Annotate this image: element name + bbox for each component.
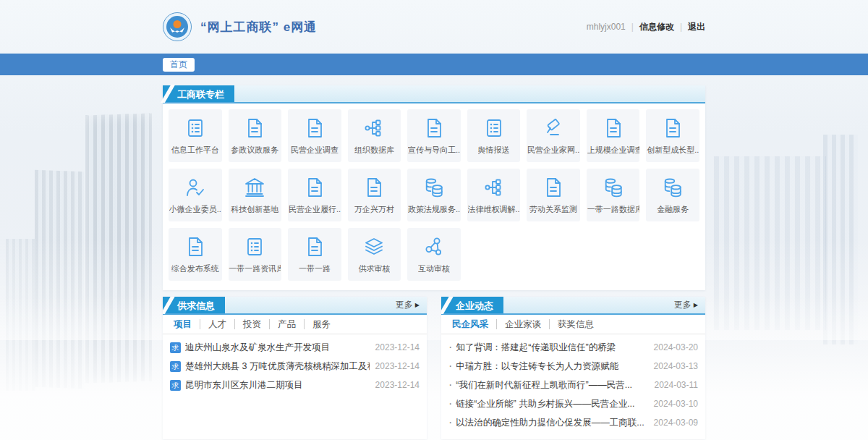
doc-icon [303, 176, 326, 199]
doc-icon [602, 117, 625, 140]
doc-icon [243, 117, 266, 140]
item-title: “我们在新时代新征程上凯歌而行”——民营... [456, 379, 648, 392]
user-area: mhlyjx001 | 信息修改 | 退出 [587, 21, 705, 33]
person-check-icon [184, 176, 207, 199]
logo-sun [174, 20, 182, 28]
app-item-14[interactable]: 政策法规服务... [407, 169, 461, 221]
layers-icon [362, 235, 386, 258]
tab-项目[interactable]: 项目 [166, 319, 200, 329]
app-item-label: 上规模企业调查 [587, 145, 639, 156]
app-item-label: 供求审核 [358, 263, 390, 274]
app-item-label: 民营企业履行... [289, 204, 341, 215]
panel-header: 供求信息 更多 ▶ [163, 297, 427, 315]
app-item-label: 宣传与导向工... [408, 145, 460, 156]
news-list-item[interactable]: ·链接“企业所能” 共助乡村振兴——民营企业...2024-03-10 [448, 394, 698, 413]
app-item-15[interactable]: 法律维权调解... [467, 169, 521, 221]
username: mhlyjx001 [587, 22, 626, 32]
bank-icon [243, 176, 266, 199]
news-list-item[interactable]: ·中瑞方胜：以专注铸专长为人力资源赋能2024-03-13 [448, 357, 698, 376]
app-item-2[interactable]: 参政议政服务 [229, 109, 282, 162]
app-item-7[interactable]: 民营企业家网... [527, 109, 580, 162]
tab-投资[interactable]: 投资 [235, 319, 270, 329]
federation-column-panel: 工商联专栏 信息工作平台参政议政服务民营企业调查组织数据库宣传与导向工...舆情… [163, 85, 705, 290]
list-doc-icon [482, 117, 506, 140]
app-item-16[interactable]: 劳动关系监测 [527, 169, 580, 221]
supply-list-item[interactable]: 求楚雄州大姚县 3 万吨优质薄壳核桃精深加工及科...2023-12-14 [170, 357, 420, 376]
bullet-icon: · [448, 341, 452, 354]
panel-header: 工商联专栏 [163, 85, 705, 103]
supply-list-item[interactable]: 求迪庆州山泉水及矿泉水生产开发项目2023-12-14 [170, 338, 420, 357]
tab-服务[interactable]: 服务 [305, 319, 339, 329]
app-item-label: 法律维权调解... [468, 204, 520, 215]
app-item-label: 参政议政服务 [231, 145, 278, 156]
app-item-12[interactable]: 民营企业履行... [288, 169, 341, 221]
list-doc-icon [184, 117, 207, 140]
panel-title-tab: 供求信息 [163, 297, 225, 313]
tab-人才[interactable]: 人才 [200, 319, 235, 329]
app-item-17[interactable]: 一带一路数据库 [587, 169, 640, 221]
item-title: 知了背调：搭建起“传递职业信任”的桥梁 [456, 342, 647, 354]
supply-more-link[interactable]: 更多 ▶ [396, 297, 427, 313]
bullet-icon: · [448, 397, 452, 410]
app-item-4[interactable]: 组织数据库 [348, 109, 401, 162]
more-arrow-icon: ▶ [415, 302, 420, 308]
app-item-label: 民营企业家网... [527, 145, 579, 156]
news-more-link[interactable]: 更多 ▶ [674, 297, 705, 313]
app-item-8[interactable]: 上规模企业调查 [587, 109, 640, 162]
item-title: 链接“企业所能” 共助乡村振兴——民营企业... [456, 398, 647, 410]
share-nodes-icon [422, 235, 446, 258]
site-title: “网上工商联” e网通 [200, 19, 317, 35]
federation-emblem-logo [163, 12, 192, 41]
app-item-10[interactable]: 小微企业委员... [169, 169, 222, 221]
logout-link[interactable]: 退出 [688, 21, 705, 33]
app-item-label: 政策法规服务... [408, 204, 460, 215]
app-item-5[interactable]: 宣传与导向工... [407, 109, 461, 162]
item-date: 2023-12-14 [375, 361, 420, 371]
app-item-1[interactable]: 信息工作平台 [169, 109, 222, 162]
app-item-label: 舆情报送 [478, 145, 510, 156]
doc-icon [661, 117, 684, 140]
app-item-label: 一带一路数据库 [587, 204, 639, 215]
doc-icon [362, 176, 386, 199]
edit-info-link[interactable]: 信息修改 [639, 21, 674, 33]
app-item-19[interactable]: 综合发布系统 [169, 228, 222, 281]
app-grid: 信息工作平台参政议政服务民营企业调查组织数据库宣传与导向工...舆情报送民营企业… [163, 103, 705, 290]
enterprise-news-panel: 企业动态 更多 ▶ 民企风采企业家谈获奖信息 ·知了背调：搭建起“传递职业信任”… [441, 297, 705, 439]
app-item-label: 信息工作平台 [171, 145, 219, 156]
app-item-23[interactable]: 互动审核 [407, 228, 461, 281]
app-item-3[interactable]: 民营企业调查 [288, 109, 341, 162]
separator: | [631, 22, 634, 32]
doc-icon [303, 117, 326, 140]
news-list-item[interactable]: ·知了背调：搭建起“传递职业信任”的桥梁2024-03-20 [448, 338, 698, 357]
app-item-label: 一带一路 [299, 263, 331, 274]
logo-wing [170, 28, 184, 33]
app-item-label: 综合发布系统 [171, 263, 219, 274]
org-chart-icon [482, 176, 506, 199]
app-item-22[interactable]: 供求审核 [348, 228, 401, 281]
tab-获奖信息[interactable]: 获奖信息 [550, 319, 602, 329]
item-date: 2024-03-10 [654, 399, 698, 409]
app-item-18[interactable]: 金融服务 [646, 169, 699, 221]
app-item-6[interactable]: 舆情报送 [467, 109, 521, 162]
app-item-20[interactable]: 一带一路资讯库 [229, 228, 282, 281]
supply-list-item[interactable]: 求昆明市东川区东川港二期项目2023-12-14 [170, 376, 420, 394]
app-item-label: 劳动关系监测 [529, 204, 577, 215]
news-list-item[interactable]: ·“我们在新时代新征程上凯歌而行”——民营...2024-03-11 [448, 376, 698, 394]
home-nav-button[interactable]: 首页 [163, 58, 195, 72]
doc-icon [303, 235, 326, 258]
item-title: 迪庆州山泉水及矿泉水生产开发项目 [185, 342, 370, 354]
navbar: 首页 [0, 54, 868, 75]
doc-icon [542, 176, 565, 199]
list-doc-icon [243, 235, 266, 258]
panel-title-tab: 企业动态 [441, 297, 503, 313]
app-item-11[interactable]: 科技创新基地 [229, 169, 282, 221]
news-list-item[interactable]: ·以法治的确定性助力提信心促发展——工商联...2024-03-09 [448, 413, 698, 432]
app-item-label: 一带一路资讯库 [229, 263, 281, 274]
app-item-13[interactable]: 万企兴万村 [348, 169, 401, 221]
tab-企业家谈[interactable]: 企业家谈 [497, 319, 550, 329]
tab-民企风采[interactable]: 民企风采 [444, 319, 497, 329]
tab-产品[interactable]: 产品 [270, 319, 305, 329]
app-item-21[interactable]: 一带一路 [288, 228, 341, 281]
news-list: ·知了背调：搭建起“传递职业信任”的桥梁2024-03-20·中瑞方胜：以专注铸… [441, 334, 705, 432]
app-item-9[interactable]: 创新型成长型... [646, 109, 699, 162]
